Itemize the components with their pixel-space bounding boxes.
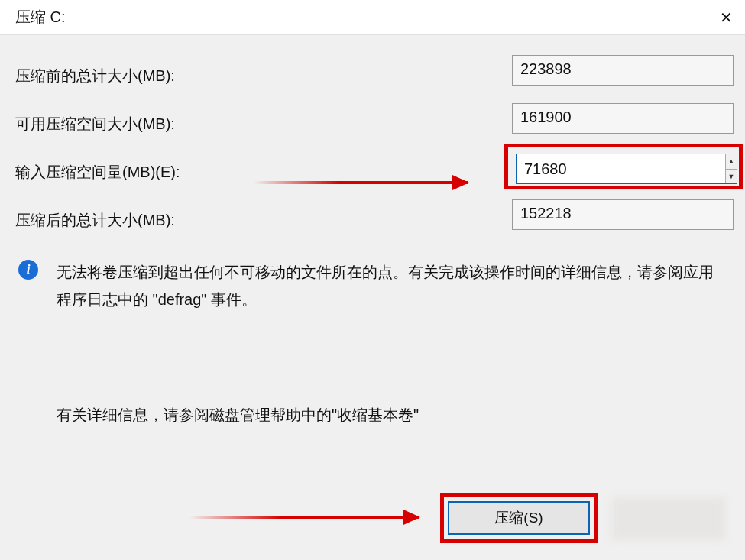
row-enter-amount: 输入压缩空间量(MB)(E): ▲ ▼ (15, 162, 730, 183)
row-available: 可用压缩空间大小(MB): 161900 (15, 114, 730, 134)
dialog-content: 压缩前的总计大小(MB): 223898 可用压缩空间大小(MB): 16190… (0, 35, 745, 441)
shrink-amount-input[interactable] (517, 154, 725, 183)
highlight-box-button: 压缩(S) (440, 493, 598, 543)
row-total-before: 压缩前的总计大小(MB): 223898 (15, 66, 730, 86)
label-available: 可用压缩空间大小(MB): (15, 114, 260, 134)
value-total-after: 152218 (512, 199, 734, 230)
row-total-after: 压缩后的总计大小(MB): 152218 (15, 210, 730, 231)
label-total-before: 压缩前的总计大小(MB): (15, 66, 260, 86)
info-row: i 无法将卷压缩到超出任何不可移动的文件所在的点。有关完成该操作时间的详细信息，… (15, 258, 730, 313)
help-text: 有关详细信息，请参阅磁盘管理帮助中的"收缩基本卷" (57, 405, 730, 426)
value-total-before: 223898 (512, 55, 734, 86)
spin-down-icon[interactable]: ▼ (726, 170, 737, 184)
label-enter-amount: 输入压缩空间量(MB)(E): (15, 162, 260, 183)
info-icon: i (18, 260, 38, 280)
blurred-button (611, 497, 726, 540)
info-text: 无法将卷压缩到超出任何不可移动的文件所在的点。有关完成该操作时间的详细信息，请参… (57, 258, 714, 313)
close-icon[interactable]: ✕ (707, 0, 745, 35)
highlight-box-input: ▲ ▼ (504, 144, 743, 189)
annotation-arrow-icon (254, 181, 468, 184)
titlebar: 压缩 C: ✕ (0, 0, 745, 35)
annotation-arrow-icon (189, 516, 419, 519)
shrink-button[interactable]: 压缩(S) (448, 501, 590, 535)
shrink-amount-spinner[interactable]: ▲ ▼ (516, 154, 737, 184)
spin-up-icon[interactable]: ▲ (726, 154, 737, 170)
spinner-buttons: ▲ ▼ (725, 154, 737, 183)
value-available: 161900 (512, 103, 734, 134)
label-total-after: 压缩后的总计大小(MB): (15, 210, 260, 231)
window-title: 压缩 C: (15, 7, 66, 28)
